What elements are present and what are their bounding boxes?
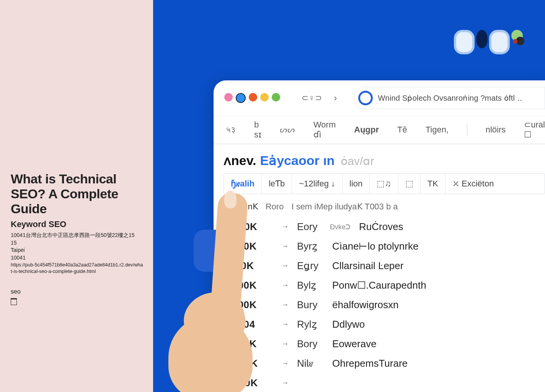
square-icon — [11, 298, 17, 305]
logo-oval-2-icon — [489, 30, 510, 54]
tab-divider — [467, 124, 467, 136]
secondary-toolbar: ɧꝟalih leƬb ~12lifeg ↓ lion ⬚♫ ⬚ TK ⤫ Ex… — [224, 173, 545, 194]
tab-tigen[interactable]: Tigen, — [426, 125, 449, 135]
table-row[interactable]: 8I 00K→EǥryCllarsinail Ŀeper — [224, 256, 545, 276]
traffic-green-icon[interactable] — [272, 93, 280, 101]
table-row[interactable]: 17 004→RylȥDdlywo — [224, 315, 545, 334]
arrow-icon: → — [282, 242, 289, 250]
data-rows: 6Ɛ 00K→EoryÐvkeꓛRuĊroves13 00K→ByrȥCìane… — [214, 215, 545, 392]
url-line: https://pub-5c454f571b8e40a3a2aad27ade84… — [11, 262, 143, 275]
row-tag: Byrȥ — [297, 240, 324, 252]
table-row[interactable]: 80 00K→BylȥPonw☐.Caurapednth — [224, 276, 545, 295]
arrow-icon: → — [282, 262, 289, 270]
logo-oval-1-icon — [454, 30, 475, 54]
row-name: Ponw☐.Caurapednth — [332, 279, 426, 291]
row-tag: Bory — [297, 338, 324, 350]
row-tag: Bylȥ — [297, 279, 324, 291]
traffic-lights — [224, 93, 280, 103]
traffic-pink-icon[interactable] — [224, 93, 233, 101]
search-bar[interactable]: Wnind Sṗolech Ovsanroṅing ?mats ȯftl ‥ — [354, 87, 545, 109]
nav-forward-icon[interactable]: › — [334, 93, 337, 103]
left-sidebar: What is Technical SEO? A Complete Guide … — [0, 0, 153, 392]
row-tag: Bury — [297, 299, 324, 311]
row-name: Cìane⊢lo ptolynrke — [332, 240, 418, 252]
tab-augpr[interactable]: Aųgpr — [354, 125, 379, 135]
search-icon — [358, 91, 373, 105]
tab-ural[interactable]: ⊂ural ☐ — [524, 120, 545, 140]
row-tag: Eory — [297, 221, 324, 233]
table-row[interactable]: 32 00K→BoryEowerave — [224, 334, 545, 354]
row-tag: Eǥry — [297, 260, 324, 272]
row-tag: Nilꝟ — [297, 358, 324, 369]
info-mid: Roro — [266, 202, 284, 212]
toolbar-cell-1[interactable]: leƬb — [262, 174, 292, 194]
toolbar-cell-4[interactable]: ⬚♫ — [370, 174, 398, 194]
table-row[interactable]: 13 00K→ByrȥCìane⊢lo ptolynrke — [224, 237, 545, 256]
info-right: I sem iMep iludyaꓗ T003 b a — [291, 202, 398, 212]
arrow-icon: → — [282, 379, 289, 387]
arrow-icon: → — [282, 320, 289, 328]
search-text: Wnind Sṗolech Ovsanroṅing ?mats ȯftl ‥ — [378, 93, 522, 103]
tab-icon-1[interactable]: ५३ — [226, 125, 236, 135]
headline: ʌnev. Eȧycaoor ın ȯav/ɑr — [214, 144, 545, 173]
pointing-hand-illustration — [153, 231, 253, 392]
toolbar-cell-3[interactable]: lion — [343, 174, 370, 194]
row-name: Eowerave — [332, 338, 377, 350]
arrow-icon: → — [282, 340, 289, 348]
headline-b: Eȧycaoor ın — [260, 153, 335, 168]
arrow-icon: → — [282, 281, 289, 289]
traffic-orange-icon[interactable] — [249, 93, 257, 101]
tab-bsi[interactable]: b sɪ — [254, 120, 261, 140]
browser-window: ⊂♀⊃ › Wnind Sṗolech Ovsanroṅing ?mats ȯf… — [214, 80, 545, 392]
toolbar-cell-5[interactable]: ⬚ — [398, 174, 421, 194]
arrow-icon: → — [282, 359, 289, 368]
row-tag: Rylȥ — [297, 318, 324, 330]
toolbar-cell-2[interactable]: ~12lifeg ↓ — [292, 174, 343, 194]
logo-row — [454, 30, 526, 54]
row-name: Ddlywo — [332, 318, 365, 330]
row-name: RuĊroves — [359, 221, 403, 233]
address-line-2: 15 — [11, 239, 143, 247]
tab-glyph-icon[interactable]: ᔕᔕ — [280, 125, 295, 135]
table-row[interactable]: S0 00K→NilꝟOhrepemsTurare — [224, 354, 545, 373]
info-line: Hꞁy ounꓗ Roro I sem iMep iludyaꓗ T003 b … — [214, 194, 545, 215]
page-subtitle: Keyword SEO — [11, 219, 143, 229]
traffic-blue-icon[interactable] — [236, 93, 246, 103]
headline-c: ȯav/ɑr — [341, 154, 374, 168]
toolbar-cell-6[interactable]: TK — [421, 174, 445, 194]
table-row[interactable]: 32 00K→Buryëhalfowigrosxn — [224, 295, 545, 315]
tab-worm[interactable]: Worm ɗi — [313, 120, 336, 140]
logo-dark-icon — [476, 30, 488, 48]
tag-label: seo — [11, 288, 143, 295]
row-name: ëhalfowigrosxn — [332, 299, 398, 311]
nav-refresh-icon[interactable]: ⊂♀⊃ — [302, 93, 322, 103]
row-name: Cllarsinail Ŀeper — [332, 260, 403, 272]
toolbar-cell-7[interactable]: ⤫ Exciëton — [445, 174, 501, 194]
address-line-1: 10041台灣台北市中正區忠孝西路一段50號22樓之15 — [11, 232, 143, 239]
address-city: Taipei — [11, 247, 143, 254]
address-zip: 10041 — [11, 254, 143, 262]
tab-te[interactable]: Tê — [397, 125, 407, 135]
tabs-row: ५३ b sɪ ᔕᔕ Worm ɗi Aųgpr Tê Tigen, nlöir… — [214, 116, 545, 144]
page-title: What is Technical SEO? A Complete Guide — [11, 172, 143, 216]
arrow-icon: → — [282, 301, 289, 309]
tab-nloirs[interactable]: nlöirs — [486, 125, 506, 135]
table-row[interactable]: 6Ɛ 00K→EoryÐvkeꓛRuĊroves — [224, 217, 545, 237]
browser-titlebar: ⊂♀⊃ › Wnind Sṗolech Ovsanroṅing ?mats ȯf… — [214, 80, 545, 116]
logo-cluster-icon — [511, 30, 526, 50]
row-mini: Ðvkeꓛ — [330, 223, 351, 231]
arrow-icon: → — [282, 223, 289, 231]
row-name: OhrepemsTurare — [332, 358, 408, 369]
headline-a: ʌnev. — [224, 153, 256, 168]
traffic-yellow-icon[interactable] — [260, 93, 269, 101]
table-row[interactable]: 8E 00K→ — [224, 373, 545, 392]
